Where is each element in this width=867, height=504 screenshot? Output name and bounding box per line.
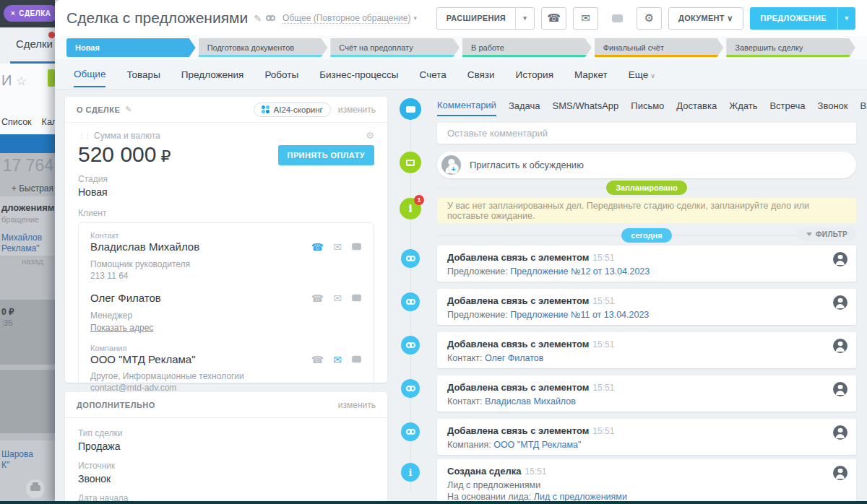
stage-zavershit[interactable]: Завершить сделку <box>726 38 855 57</box>
email-button[interactable]: ✉ <box>573 7 598 30</box>
company-name[interactable]: ООО "МТД Реклама" <box>90 353 195 365</box>
column-total-fragment: 17 764 <box>3 156 53 175</box>
today-badge: сегодня <box>621 228 671 243</box>
company-link-fragment[interactable]: Реклама" <box>1 243 39 253</box>
entry-link[interactable]: ООО "МТД Реклама" <box>493 440 581 450</box>
quick-deal-button-fragment[interactable]: + Быстрая <box>12 183 53 194</box>
stage-novaya[interactable]: Новая <box>66 38 196 57</box>
field-label: Источник <box>78 461 374 471</box>
comment-input[interactable]: Оставьте комментарий <box>437 123 856 144</box>
pipeline-stage-bar: Новая Подготовка документов Счёт на пред… <box>55 36 867 59</box>
tab-roboty[interactable]: Роботы <box>264 61 298 87</box>
contact-name[interactable]: Владислав Михайлов <box>90 240 199 253</box>
timeline-tab-sms[interactable]: SMS/WhatsApp <box>553 100 619 116</box>
view-list-link[interactable]: Список <box>1 117 32 127</box>
phone-icon[interactable]: ☎ <box>311 241 324 253</box>
tab-scheta[interactable]: Счета <box>420 61 447 87</box>
field-value[interactable]: Продажа <box>78 440 374 452</box>
deal-tab-bar: Общие Товары Предложения Роботы Бизнес-п… <box>55 59 867 90</box>
call-button[interactable]: ☎ <box>541 7 566 30</box>
company-email[interactable]: contact@mtd-adv.com <box>90 383 362 393</box>
chat-icon[interactable] <box>352 356 361 362</box>
person-link-fragment[interactable]: Шарова <box>1 449 33 459</box>
tab-obshchie[interactable]: Общие <box>74 61 105 87</box>
entry-link[interactable]: Предложение №11 от 13.04.2023 <box>510 310 649 320</box>
field-settings-gear-icon[interactable]: ⚙ <box>366 130 374 141</box>
envelope-icon[interactable]: ✉ <box>333 241 342 253</box>
deal-slider-close-pill[interactable]: ×СДЕЛКА <box>4 5 59 22</box>
tab-biznes-processy[interactable]: Бизнес-процессы <box>319 61 398 87</box>
phone-icon[interactable]: ☎ <box>311 292 324 304</box>
timeline-tab-wait[interactable]: Ждать <box>729 100 757 116</box>
ai-icon <box>262 105 269 113</box>
contact-name[interactable]: Олег Филатов <box>90 292 161 304</box>
entry-link[interactable]: Владислав Михайлов <box>485 396 576 407</box>
background-deal-card: дложениями бращение Михайлов Реклама" <box>0 196 55 256</box>
document-button[interactable]: ДОКУМЕНТ ∨ <box>668 7 743 30</box>
envelope-icon[interactable]: ✉ <box>333 354 342 365</box>
link-icon <box>401 292 420 311</box>
company-link-fragment[interactable]: К" <box>1 460 9 470</box>
phone-icon: ☎ <box>547 12 561 25</box>
deal-sub-fragment: бращение <box>1 215 39 224</box>
edit-link[interactable]: изменить <box>338 105 376 115</box>
offer-dropdown[interactable]: ▾ <box>837 7 855 30</box>
timeline-tab-visit[interactable]: Визит <box>860 100 867 116</box>
tab-market[interactable]: Маркет <box>574 61 608 87</box>
printer-icon[interactable] <box>26 479 45 498</box>
stage-podgotovka[interactable]: Подготовка документов <box>199 38 328 57</box>
stage-v-rabote[interactable]: В работе <box>462 38 592 57</box>
timeline-tab-letter[interactable]: Письмо <box>631 100 664 116</box>
accept-payment-button[interactable]: ПРИНЯТЬ ОПЛАТУ <box>278 145 374 165</box>
avatar <box>833 295 847 310</box>
stage-schet-predoplata[interactable]: Счёт на предоплату <box>330 38 460 57</box>
section-title: О СДЕЛКЕ <box>77 105 120 114</box>
offer-button[interactable]: ПРЕДЛОЖЕНИЕ ▾ <box>750 7 855 30</box>
stage-finalny-schet[interactable]: Финальный счёт <box>595 38 724 57</box>
chat-button[interactable] <box>605 7 630 30</box>
avatar <box>833 466 847 480</box>
tab-more[interactable]: Еще∨ <box>629 61 655 87</box>
edit-section-icon[interactable]: ✎ <box>125 105 131 114</box>
favorite-star-icon[interactable]: ☆ <box>16 74 27 88</box>
stage-field-value[interactable]: Новая <box>78 186 374 198</box>
timeline-tab-delivery[interactable]: Доставка <box>676 100 717 116</box>
invite-to-discussion-button[interactable]: Пригласить к обсуждению <box>437 152 856 178</box>
close-icon[interactable]: × <box>11 9 15 17</box>
copy-link-icon[interactable] <box>266 15 275 21</box>
timeline-tab-task[interactable]: Задача <box>509 100 540 116</box>
chevron-down-icon: ▾ <box>413 14 417 22</box>
pipeline-category-selector[interactable]: Общее (Повторное обращение) <box>282 13 410 24</box>
additional-card: ДОПОЛНИТЕЛЬНО изменить Тип сделки Продаж… <box>65 392 387 504</box>
deals-tab[interactable]: Сделки <box>16 38 53 50</box>
envelope-icon[interactable]: ✉ <box>333 292 342 304</box>
entry-link[interactable]: Олег Филатов <box>485 353 544 363</box>
entry-link[interactable]: Предложение №12 от 13.04.2023 <box>510 266 650 277</box>
contact-link-fragment[interactable]: Михайлов <box>1 233 42 243</box>
tab-tovary[interactable]: Товары <box>126 61 160 87</box>
settings-button[interactable]: ⚙ <box>637 7 662 30</box>
show-address-link[interactable]: Показать адрес <box>90 323 153 333</box>
field-value[interactable]: Звонок <box>78 473 374 485</box>
edit-title-icon[interactable]: ✎ <box>254 13 262 24</box>
edit-link[interactable]: изменить <box>338 400 376 410</box>
phone-icon[interactable]: ☎ <box>311 354 324 365</box>
filter-button[interactable]: ФИЛЬТР <box>798 227 856 241</box>
avatar <box>833 382 847 396</box>
extensions-button[interactable]: РАСШИРЕНИЯ ▾ <box>436 7 535 30</box>
timeline-tab-call[interactable]: Звонок <box>818 100 848 116</box>
chat-icon[interactable] <box>352 243 361 250</box>
drag-handle[interactable]: ⋮⋮ <box>78 131 90 139</box>
timeline-tab-comment[interactable]: Комментарий <box>437 100 496 116</box>
contact-phone[interactable]: 213 11 64 <box>90 271 362 281</box>
tab-predlozheniya[interactable]: Предложения <box>181 61 244 87</box>
entry-link[interactable]: Лид с предложениями <box>534 492 627 502</box>
timeline-tab-bar: Комментарий Задача SMS/WhatsApp Письмо Д… <box>437 100 856 116</box>
ai-scoring-button[interactable]: AI24-скоринг <box>254 103 331 117</box>
tab-svyazi[interactable]: Связи <box>467 61 495 87</box>
tab-istoriya[interactable]: История <box>516 61 553 87</box>
extensions-dropdown[interactable]: ▾ <box>515 8 534 29</box>
contact-role: Менеджер <box>90 310 362 321</box>
chat-icon[interactable] <box>352 295 361 301</box>
timeline-tab-meeting[interactable]: Встреча <box>769 100 805 116</box>
